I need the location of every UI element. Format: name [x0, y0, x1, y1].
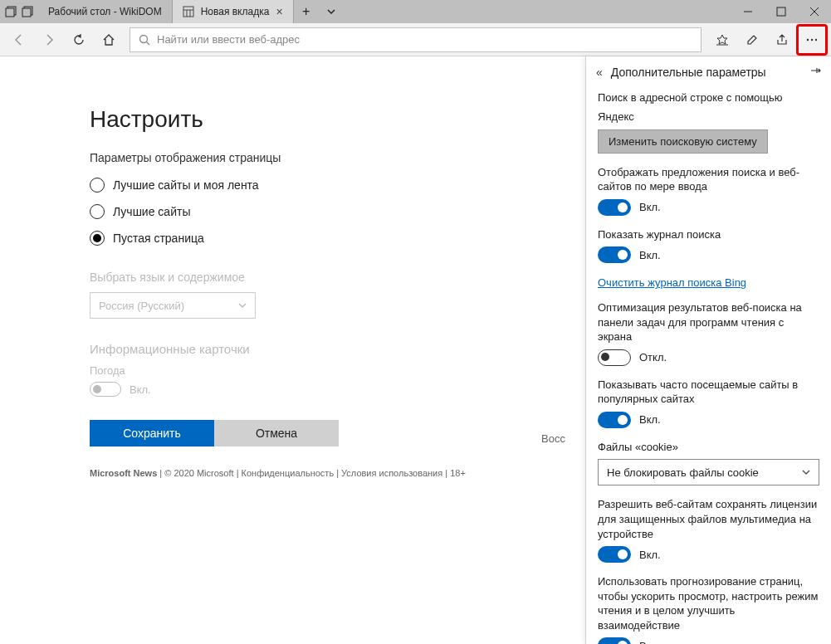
- panel-title: Дополнительные параметры: [611, 66, 801, 79]
- svg-point-16: [811, 38, 813, 40]
- search-engine-value: Яндекс: [598, 110, 819, 123]
- history-label: Показать журнал поиска: [598, 227, 819, 242]
- address-input[interactable]: [157, 33, 692, 46]
- optimize-label: Оптимизация результатов веб-поиска на па…: [598, 300, 819, 344]
- overlapping-windows-icon[interactable]: [5, 6, 17, 17]
- more-button[interactable]: [798, 26, 826, 54]
- frequent-toggle-row: Вкл.: [598, 412, 819, 428]
- globe-icon: [183, 6, 194, 17]
- search-with-label: Поиск в адресной строке с помощью: [598, 90, 819, 105]
- overlapping-windows-icon-2[interactable]: [22, 6, 33, 17]
- chevron-down-icon: [802, 468, 810, 476]
- chevron-down-icon: [238, 301, 247, 310]
- frequent-toggle[interactable]: [598, 412, 631, 428]
- share-button[interactable]: [768, 26, 796, 54]
- predict-toggle-row: Вкл.: [598, 637, 819, 644]
- svg-rect-3: [22, 8, 31, 17]
- svg-point-15: [807, 38, 809, 40]
- licenses-label: Разрешить веб-сайтам сохранять лицензии …: [598, 497, 819, 541]
- address-bar[interactable]: [130, 27, 701, 52]
- close-tab-icon[interactable]: ×: [276, 5, 282, 18]
- svg-rect-1: [6, 8, 14, 17]
- tab-strip: Рабочий стол - WikiDOM Новая вкладка ×: [38, 0, 294, 23]
- optimize-toggle-row: Откл.: [598, 349, 819, 366]
- panel-body: Поиск в адресной строке с помощью Яндекс…: [586, 87, 831, 644]
- predict-toggle[interactable]: [598, 637, 631, 644]
- save-button[interactable]: Сохранить: [90, 420, 214, 446]
- svg-line-13: [147, 41, 150, 45]
- notes-button[interactable]: [738, 26, 766, 54]
- maximize-button[interactable]: [765, 0, 798, 23]
- tab-label: Рабочий стол - WikiDOM: [48, 6, 162, 17]
- window-controls: [731, 0, 831, 23]
- cancel-button[interactable]: Отмена: [214, 420, 339, 446]
- panel-header: « Дополнительные параметры: [586, 56, 831, 87]
- back-button[interactable]: [5, 26, 33, 54]
- pin-icon[interactable]: [809, 65, 821, 79]
- svg-rect-9: [777, 7, 785, 16]
- toolbar: [0, 23, 831, 56]
- tab-wikidom[interactable]: Рабочий стол - WikiDOM: [38, 0, 173, 23]
- cookies-label: Файлы «cookie»: [598, 440, 819, 455]
- clear-bing-link[interactable]: Очистить журнал поиска Bing: [598, 276, 746, 289]
- optimize-toggle[interactable]: [598, 349, 631, 366]
- search-icon: [139, 34, 150, 46]
- restore-hint: Восс: [541, 432, 565, 445]
- suggestions-label: Отображать предложения поиска и веб-сайт…: [598, 165, 819, 194]
- svg-point-12: [140, 35, 148, 42]
- change-engine-button[interactable]: Изменить поисковую систему: [598, 129, 768, 154]
- forward-button[interactable]: [35, 26, 63, 54]
- svg-point-17: [815, 38, 817, 40]
- window-left-controls: [0, 0, 38, 23]
- weather-toggle: [90, 382, 121, 397]
- title-bar: Рабочий стол - WikiDOM Новая вкладка × +: [0, 0, 831, 23]
- favorites-button[interactable]: [708, 26, 736, 54]
- svg-rect-4: [183, 7, 193, 17]
- frequent-label: Показывать часто посещаемые сайты в попу…: [598, 378, 819, 407]
- licenses-toggle[interactable]: [598, 546, 631, 563]
- close-window-button[interactable]: [798, 0, 831, 23]
- cookies-select[interactable]: Не блокировать файлы cookie: [598, 459, 819, 485]
- predict-label: Использовать прогнозирование страниц, чт…: [598, 574, 819, 632]
- new-tab-button[interactable]: +: [294, 0, 319, 23]
- suggestions-toggle[interactable]: [598, 199, 631, 216]
- history-toggle-row: Вкл.: [598, 246, 819, 263]
- refresh-button[interactable]: [65, 26, 93, 54]
- licenses-toggle-row: Вкл.: [598, 546, 819, 563]
- language-select: Россия (Русский): [90, 292, 256, 319]
- history-toggle[interactable]: [598, 246, 631, 263]
- tab-overflow-icon[interactable]: [319, 0, 344, 23]
- settings-panel: « Дополнительные параметры Поиск в адрес…: [585, 56, 831, 644]
- panel-back-icon[interactable]: «: [596, 66, 603, 79]
- tab-label: Новая вкладка: [201, 6, 270, 17]
- tab-new[interactable]: Новая вкладка ×: [173, 0, 294, 23]
- suggestions-toggle-row: Вкл.: [598, 199, 819, 216]
- home-button[interactable]: [95, 26, 123, 54]
- minimize-button[interactable]: [731, 0, 765, 23]
